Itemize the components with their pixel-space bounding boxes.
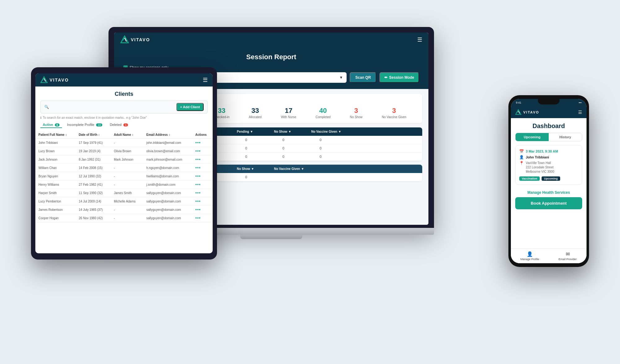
svg-marker-6 [516, 109, 521, 114]
phone-tab-history[interactable]: History [549, 133, 582, 141]
search-hint: ℹ To search for an exact match, enclose … [40, 116, 208, 119]
tablet-device: VITAVO ☰ Clients 🔍 + Add Client ℹ To sea… [31, 67, 217, 260]
phone-notch [538, 99, 560, 104]
manage-health-link[interactable]: Manage Health Services [511, 188, 587, 197]
phone-tab-upcoming[interactable]: Upcoming [516, 133, 549, 141]
add-client-button[interactable]: + Add Client [176, 103, 204, 111]
client-name: John Tribbiani [35, 139, 76, 147]
tablet-screen: VITAVO ☰ Clients 🔍 + Add Client ℹ To sea… [35, 73, 213, 253]
phone-device: 9:41 ▪▪▪ VITAVO ☰ [508, 95, 589, 267]
phone-dashboard-title: Dashboard [511, 118, 587, 133]
laptop-page-title: Session Report [123, 53, 419, 61]
table-row: William Chan 14 Feb 2008 (15) - h.nguyen… [35, 164, 213, 172]
tablet-filters: Active 6 Incomplete Profile 10 Deleted 1 [40, 122, 208, 128]
table-row: James Robertson 14 July 1985 (37) - sall… [35, 206, 213, 214]
stat-number: 40 [316, 107, 330, 115]
appointment-card: 📅 3 Mar 2023, 9:30 AM 👤 John Tribbiani 📍… [515, 145, 582, 185]
clients-table-body: John Tribbiani 17 Sep 1979 (41) - john.t… [35, 139, 213, 222]
vaccination-tag: Vaccination [519, 176, 540, 181]
nav-email-provider[interactable]: ✉ Email Provider [549, 249, 587, 263]
table-row: Jack Johnson 8 Jan 1992 (31) Mark Johnso… [35, 155, 213, 164]
manage-profile-icon: 👤 [511, 251, 549, 257]
stat-number: 3 [350, 107, 363, 115]
stat-label: With Nurse [281, 115, 296, 119]
filter-incomplete[interactable]: Incomplete Profile 10 [64, 122, 105, 128]
calendar-icon: 📅 [519, 149, 524, 153]
incomplete-badge: 10 [96, 123, 102, 127]
sort-icon: ▼ [250, 130, 253, 133]
phone-logo-text: VITAVO [523, 110, 539, 114]
th-email: Email Address ↕ [143, 131, 192, 139]
phone-logo: VITAVO [515, 109, 539, 115]
th-noshow2: No Show ▼ [237, 167, 255, 171]
tablet-menu-icon[interactable]: ☰ [203, 77, 208, 83]
client-email: john.tribbiani@email.com [143, 139, 192, 147]
tablet-search-bar[interactable]: 🔍 + Add Client [40, 100, 208, 113]
phone-time: 9:41 [516, 101, 521, 104]
table-row: Bryan Nguyen 12 Jul 1990 (32) - hwilliam… [35, 172, 213, 180]
laptop-stand [240, 235, 302, 239]
nav-manage-profile-label: Manage Profile [520, 258, 539, 261]
stat-label: Completed [316, 115, 330, 119]
appt-location-name: VaxVille Town Hall [526, 161, 554, 165]
phone-bottom-nav: 👤 Manage Profile ✉ Email Provider [511, 248, 587, 263]
stat-allocated: 33 Allocated [249, 107, 262, 119]
scan-qr-button[interactable]: Scan QR [350, 72, 376, 83]
clients-table: Patient Full Name ↕ Date of Birth ↕ Adul… [35, 131, 213, 222]
upcoming-tag: Upcoming [542, 176, 560, 181]
active-badge: 6 [55, 123, 60, 127]
clients-table-head: Patient Full Name ↕ Date of Birth ↕ Adul… [35, 131, 213, 139]
table-row: Henry Williams 27 Feb 1982 (41) - j.smit… [35, 180, 213, 189]
tablet-logo: VITAVO [40, 76, 69, 84]
phone-screen: 9:41 ▪▪▪ VITAVO ☰ [511, 99, 587, 263]
filter-deleted[interactable]: Deleted 1 [107, 122, 131, 128]
email-icon: ✉ [549, 251, 587, 257]
tablet-logo-icon [40, 76, 48, 84]
client-adult: - [111, 139, 143, 147]
client-actions[interactable]: ••• [192, 139, 213, 147]
nav-manage-profile[interactable]: 👤 Manage Profile [511, 249, 549, 263]
sort-icon: ▼ [338, 130, 341, 133]
sort-icon: ▼ [288, 130, 291, 133]
session-mode-button[interactable]: ✏ Session Mode [379, 72, 419, 83]
tablet-logo-text: VITAVO [50, 78, 69, 82]
appt-address2: Melbourne VIC 3000 [526, 170, 554, 174]
appt-location-row: 📍 VaxVille Town Hall 222 Lonsdale Street… [519, 161, 578, 174]
stat-number: 33 [249, 107, 262, 115]
phone-menu-icon[interactable]: ☰ [578, 110, 582, 115]
stat-novaccine: 3 No Vaccine Given [382, 107, 406, 119]
th-noshow: No Show ▼ [274, 130, 293, 133]
tablet-app-header: VITAVO ☰ [35, 73, 213, 87]
table-row: Lucy Pemberton 14 Jul 2009 (14) Michelle… [35, 197, 213, 206]
th-novaccine2: No Vaccine Given ▼ [274, 167, 304, 171]
th-adult-name: Adult Name ↕ [111, 131, 143, 139]
appt-location-text: VaxVille Town Hall 222 Lonsdale Street M… [526, 161, 554, 174]
appt-patient-name: John Tribbiani [526, 155, 549, 159]
nav-email-provider-label: Email Provider [559, 258, 577, 261]
th-novaccine: No Vaccine Given ▼ [311, 130, 341, 133]
appt-date: 3 Mar 2023, 9:30 AM [526, 149, 558, 153]
phone-outer: 9:41 ▪▪▪ VITAVO ☰ [508, 95, 589, 267]
sort-icon: ▼ [301, 167, 304, 171]
pencil-icon: ✏ [384, 75, 388, 80]
appt-address1: 222 Lonsdale Street [526, 165, 554, 170]
phone-signal-icons: ▪▪▪ [578, 101, 582, 104]
deleted-badge: 1 [123, 123, 128, 127]
book-appointment-button[interactable]: Book Appointment [515, 197, 582, 209]
phone-tabs: Upcoming History [515, 133, 582, 141]
stat-label: Allocated [249, 115, 262, 119]
tablet-outer: VITAVO ☰ Clients 🔍 + Add Client ℹ To sea… [31, 67, 217, 260]
table-row: John Tribbiani 17 Sep 1979 (41) - john.t… [35, 139, 213, 147]
phone-dashboard: Dashboard Upcoming History 📅 [511, 118, 587, 263]
appt-date-row: 📅 3 Mar 2023, 9:30 AM [519, 149, 578, 153]
table-row: Cooper Hogan 26 Nov 1980 (42) - sallyguy… [35, 214, 213, 222]
appt-patient-row: 👤 John Tribbiani [519, 155, 578, 159]
sort-icon: ▼ [251, 167, 254, 171]
stat-number: 3 [382, 107, 406, 115]
stat-completed: 40 Completed [316, 107, 330, 119]
tablet-content: Clients 🔍 + Add Client ℹ To search for a… [35, 87, 213, 222]
laptop-menu-icon[interactable]: ☰ [417, 36, 422, 43]
laptop-logo-text: VITAVO [131, 37, 150, 42]
chevron-down-icon: ▼ [339, 75, 343, 80]
filter-active[interactable]: Active 6 [40, 122, 62, 128]
